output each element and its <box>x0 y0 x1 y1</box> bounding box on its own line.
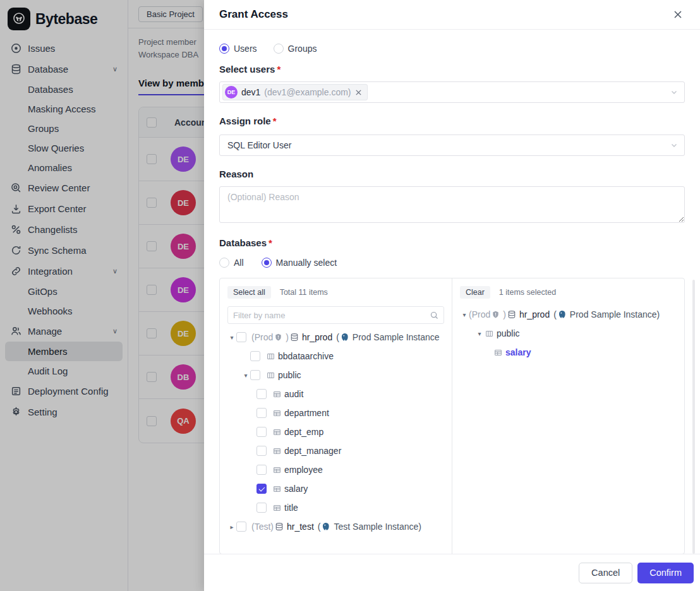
shield-icon <box>492 311 500 319</box>
caret-right-icon[interactable]: ▸ <box>227 523 236 530</box>
groups-radio-label[interactable]: Groups <box>288 44 317 54</box>
database-picker-source-panel: Select all Total 11 items Filter by name… <box>220 278 452 554</box>
schema-icon <box>267 371 275 379</box>
tree-row-hr-prod[interactable]: ▾ (Prod ) hr_prod ( Prod Sample Instance <box>227 328 444 347</box>
database-picker: Select all Total 11 items Filter by name… <box>219 278 685 554</box>
tree-row-dept-emp[interactable]: dept_emp <box>227 422 444 441</box>
tree-row-public[interactable]: ▾ public <box>227 366 444 385</box>
caret-down-icon[interactable]: ▾ <box>227 334 236 341</box>
close-icon[interactable] <box>671 8 685 21</box>
checkbox[interactable] <box>236 332 246 342</box>
database-tree: ▾ (Prod ) hr_prod ( Prod Sample Instance <box>227 328 444 536</box>
postgresql-icon <box>558 310 567 319</box>
table-icon <box>273 447 281 455</box>
database-picker-selected-panel: Clear 1 items selected ▾ (Prod ) hr_prod… <box>452 278 684 554</box>
table-icon <box>273 428 281 436</box>
selected-tree: ▾ (Prod ) hr_prod ( Prod Sample Instance… <box>460 305 677 362</box>
checkbox[interactable] <box>256 389 267 399</box>
select-users-input[interactable]: DE dev1 (dev1@example.com) <box>219 81 685 103</box>
table-icon <box>273 390 281 398</box>
tree-row-employee[interactable]: employee <box>227 460 444 479</box>
reason-textarea[interactable] <box>219 186 685 223</box>
checkbox[interactable] <box>256 503 267 513</box>
chevron-down-icon <box>670 141 678 149</box>
filter-input[interactable]: Filter by name <box>227 306 444 324</box>
shield-icon <box>274 333 282 342</box>
assign-role-select[interactable]: SQL Editor User <box>219 134 685 156</box>
tree-row-public-selected[interactable]: ▾ public <box>460 324 677 343</box>
tree-row-salary[interactable]: salary <box>227 479 444 498</box>
checkbox[interactable] <box>256 408 267 418</box>
tree-row-bbdataarchive[interactable]: bbdataarchive <box>227 347 444 366</box>
postgresql-icon <box>322 522 330 531</box>
clear-button[interactable]: Clear <box>460 286 490 299</box>
checkbox[interactable] <box>256 427 267 437</box>
table-icon <box>273 504 281 512</box>
total-items-label: Total 11 items <box>280 288 328 297</box>
databases-label: Databases* <box>219 237 685 249</box>
avatar: DE <box>225 86 238 98</box>
schema-icon <box>485 330 493 338</box>
search-icon <box>430 311 438 319</box>
chevron-down-icon <box>670 88 678 96</box>
database-icon <box>290 333 299 342</box>
caret-down-icon[interactable]: ▾ <box>460 311 469 318</box>
selected-count-label: 1 items selected <box>499 288 556 297</box>
user-tag: DE dev1 (dev1@example.com) <box>222 84 368 100</box>
checkbox[interactable] <box>256 465 267 475</box>
all-radio-label[interactable]: All <box>234 258 244 268</box>
assign-role-label: Assign role* <box>219 116 685 127</box>
dialog-footer: Cancel Confirm <box>204 554 700 591</box>
checkbox-checked[interactable] <box>256 484 267 494</box>
groups-radio[interactable] <box>274 44 284 54</box>
manually-select-radio[interactable] <box>262 258 272 268</box>
confirm-button[interactable]: Confirm <box>637 563 694 583</box>
reason-label: Reason <box>219 169 685 180</box>
tree-row-title[interactable]: title <box>227 498 444 517</box>
users-radio-label[interactable]: Users <box>234 44 257 54</box>
required-asterisk: * <box>273 116 277 126</box>
schema-icon <box>267 352 275 361</box>
database-icon <box>507 310 516 319</box>
required-asterisk: * <box>277 64 281 75</box>
table-icon <box>273 466 281 474</box>
modal-scrollbar[interactable] <box>692 280 695 554</box>
tree-row-department[interactable]: department <box>227 403 444 422</box>
manually-select-radio-label[interactable]: Manually select <box>276 258 337 268</box>
required-asterisk: * <box>269 237 272 248</box>
grant-access-dialog: Grant Access Users Groups Select users* … <box>204 0 700 591</box>
database-icon <box>275 522 284 531</box>
users-radio[interactable] <box>219 44 229 54</box>
table-icon <box>273 409 281 417</box>
postgresql-icon <box>341 333 349 342</box>
table-icon <box>494 349 502 357</box>
caret-down-icon[interactable]: ▾ <box>241 372 250 379</box>
cancel-button[interactable]: Cancel <box>579 563 632 583</box>
tree-row-audit[interactable]: audit <box>227 385 444 403</box>
checkbox[interactable] <box>256 446 267 456</box>
tree-row-dept-manager[interactable]: dept_manager <box>227 441 444 460</box>
select-users-label: Select users* <box>219 64 685 75</box>
member-type-radio-group: Users Groups <box>219 42 685 55</box>
checkbox[interactable] <box>250 351 260 361</box>
caret-down-icon[interactable]: ▾ <box>475 330 484 337</box>
dialog-title: Grant Access <box>219 8 288 21</box>
checkbox[interactable] <box>236 522 246 532</box>
table-icon <box>273 485 281 493</box>
tree-row-salary-selected[interactable]: salary <box>460 343 677 362</box>
tree-row-hr-prod-selected[interactable]: ▾ (Prod ) hr_prod ( Prod Sample Instance… <box>460 305 677 324</box>
checkbox[interactable] <box>250 370 260 380</box>
databases-scope-radio-group: All Manually select <box>219 256 685 269</box>
all-radio[interactable] <box>219 258 229 268</box>
remove-tag-icon[interactable] <box>355 89 362 96</box>
tree-row-hr-test[interactable]: ▸ (Test) hr_test ( Test Sample Instance) <box>227 517 444 536</box>
select-all-button[interactable]: Select all <box>227 286 271 299</box>
